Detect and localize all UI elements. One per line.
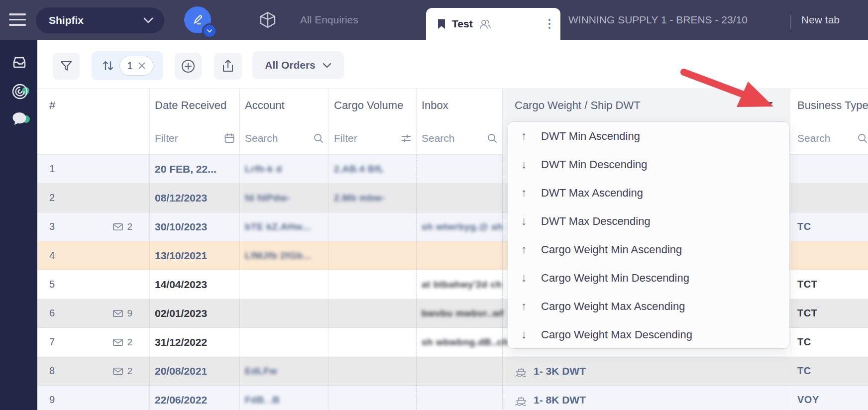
sort-menu-item-label: Cargo Weight Min Descending	[541, 272, 689, 285]
row-number-cell: 9	[37, 386, 150, 410]
chevron-down-icon	[143, 17, 153, 23]
column-title: Date Received	[155, 89, 235, 122]
workspace-selector[interactable]: Shipfix	[36, 7, 164, 33]
account-cell: bTE kZ.AHw...	[240, 212, 329, 241]
inbox-cell: bwvbu mwbvr..wf	[417, 299, 503, 327]
people-icon	[479, 18, 491, 29]
blurred-text: sh wbwbng.dB..ch	[422, 337, 509, 348]
column-header-cargo[interactable]: Cargo VolumeFilter	[329, 89, 417, 155]
blurred-text: 2.Mb mbw-	[334, 193, 385, 204]
date-received-cell: 31/12/2022	[150, 328, 240, 356]
sort-menu-item[interactable]: ↑ DWT Max Ascending	[508, 179, 789, 207]
table-row[interactable]: 922/06/2022FdB. .B1- 8K DWTVOY	[37, 386, 868, 410]
sort-menu-item-label: Cargo Weight Max Ascending	[541, 300, 685, 313]
row-number-cell: 1	[37, 155, 150, 183]
date-received-cell: 08/12/2023	[150, 184, 240, 212]
column-header-bt[interactable]: Business TypeSearch	[790, 89, 868, 155]
cube-icon[interactable]	[258, 10, 277, 29]
sort-menu-item[interactable]: ↓ DWT Max Descending	[508, 207, 789, 235]
sort-direction-icon: ↓	[521, 158, 532, 171]
column-header-date[interactable]: Date ReceivedFilter	[150, 89, 240, 155]
sort-menu-item-label: Cargo Weight Max Descending	[541, 328, 692, 341]
inbox-cell: sh wbwbng.dB..ch	[417, 328, 503, 356]
column-filter-input[interactable]: Search	[422, 122, 498, 155]
row-number-cell: 5	[37, 270, 150, 299]
cargo-volume-cell	[329, 328, 417, 356]
sort-menu-item[interactable]: ↓ Cargo Weight Min Descending	[508, 264, 789, 292]
sliders-icon	[400, 132, 412, 144]
tab-all-enquiries[interactable]: All Enquiries	[300, 0, 358, 40]
sort-button[interactable]: 1	[92, 51, 163, 80]
export-button[interactable]	[214, 53, 242, 80]
date-received-cell: 14/04/2023	[150, 270, 240, 299]
account-cell	[240, 328, 329, 356]
inbox-icon[interactable]	[11, 55, 28, 71]
new-tab-button[interactable]: New tab	[801, 0, 840, 40]
tab-vessel[interactable]: WINNING SUPPLY 1 - BRENS - 23/10	[568, 0, 748, 40]
inbox-cell	[417, 155, 503, 183]
envelope-icon	[112, 309, 123, 318]
close-icon[interactable]	[138, 62, 146, 70]
search-icon	[486, 132, 498, 144]
date-received-cell: 13/10/2021	[150, 241, 240, 270]
cargo-volume-cell	[329, 299, 417, 327]
column-filter-input[interactable]: Filter	[334, 122, 412, 155]
chat-icon[interactable]	[11, 111, 28, 126]
inbox-cell	[417, 357, 503, 385]
blurred-text: LfMJfb 2fGb...	[245, 250, 312, 261]
ship-icon	[515, 394, 528, 407]
column-header-num[interactable]: #	[37, 89, 150, 155]
sort-menu-item[interactable]: ↓ DWT Min Descending	[508, 150, 789, 179]
sort-arrows-icon	[102, 59, 114, 73]
pencil-icon	[191, 13, 204, 26]
cargo-volume-cell	[329, 270, 417, 299]
sort-menu-item[interactable]: ↓ Cargo Weight Max Descending	[508, 320, 789, 349]
add-button[interactable]	[175, 53, 202, 80]
column-filter-input[interactable]: Search	[797, 122, 868, 155]
email-count-badge: 9	[112, 308, 132, 319]
sort-menu-item[interactable]: ↑ DWT Min Ascending	[508, 122, 789, 150]
blurred-text: fd fdPdw-	[245, 193, 290, 204]
tab-options-icon[interactable]	[548, 19, 550, 29]
table-row[interactable]: 8220/08/2021EdLFw1- 3K DWTTC	[37, 357, 868, 386]
sort-caret-icon[interactable]	[766, 102, 773, 106]
business-type-cell: TC	[790, 357, 868, 385]
column-filter-input[interactable]: Search	[245, 122, 325, 155]
cargo-weight-dwt-cell: 1- 3K DWT	[503, 357, 790, 385]
email-count-badge: 2	[112, 366, 132, 377]
export-icon	[221, 59, 235, 74]
orders-filter-dropdown[interactable]: All Orders	[252, 51, 344, 79]
column-header-account[interactable]: AccountSearch	[240, 89, 329, 155]
sort-menu-item-label: DWT Max Ascending	[541, 187, 643, 200]
hamburger-menu-icon[interactable]	[9, 13, 26, 26]
filter-button[interactable]	[53, 53, 80, 80]
column-filter-input[interactable]: Filter	[155, 122, 235, 155]
row-number-cell: 69	[37, 299, 150, 327]
column-header-inbox[interactable]: InboxSearch	[417, 89, 503, 155]
sort-count-pill[interactable]: 1	[119, 56, 153, 76]
sort-menu-item[interactable]: ↑ Cargo Weight Min Ascending	[508, 235, 789, 264]
sort-menu-item[interactable]: ↑ Cargo Weight Max Ascending	[508, 292, 789, 320]
tab-test[interactable]: Test	[426, 8, 560, 40]
date-received-cell: 02/01/2023	[150, 299, 240, 327]
sort-direction-icon: ↓	[521, 271, 532, 285]
ship-icon	[515, 365, 528, 378]
sort-menu-item-label: DWT Min Descending	[541, 158, 648, 171]
plus-circle-icon	[181, 59, 196, 74]
business-type-cell: TC	[790, 212, 868, 241]
bookmark-icon	[437, 18, 446, 30]
market-radar-icon[interactable]	[11, 83, 29, 101]
sort-count: 1	[127, 60, 132, 72]
cargo-volume-cell: 2.AB.4 BfL	[329, 155, 417, 183]
column-title: Cargo Volume	[334, 89, 412, 122]
row-number-cell: 4	[37, 241, 150, 270]
blurred-text: bTE kZ.AHw...	[245, 221, 311, 232]
blurred-text: sh wtwrbyg.@ ah	[422, 221, 503, 232]
dwt-sort-menu: ↑ DWT Min Ascending ↓ DWT Min Descending…	[508, 121, 789, 349]
chevron-down-icon	[323, 63, 331, 68]
envelope-icon	[112, 338, 123, 347]
cargo-volume-cell: 2.Mb mbw-	[329, 184, 417, 212]
inbox-cell: at btbahwy'2d ch	[417, 270, 503, 299]
business-type-cell: TCT	[790, 299, 868, 327]
avatar-dropdown-badge[interactable]	[202, 23, 217, 38]
